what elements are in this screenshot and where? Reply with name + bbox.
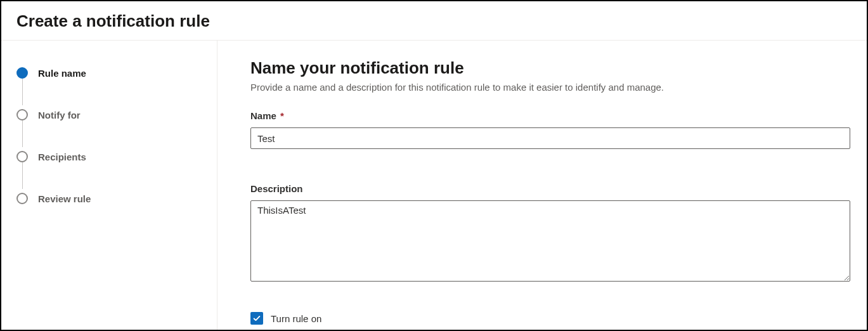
page-title: Create a notification rule	[16, 11, 852, 31]
step-label: Recipients	[38, 152, 86, 162]
step-rule-name[interactable]: Rule name	[16, 66, 202, 80]
step-connector	[22, 162, 23, 189]
name-label-text: Name	[250, 110, 276, 121]
layout: Rule name Notify for Recipients Review r…	[1, 41, 867, 331]
wizard-steps: Rule name Notify for Recipients Review r…	[16, 66, 202, 205]
turn-rule-on-row: Turn rule on	[250, 312, 850, 325]
name-input[interactable]	[250, 127, 850, 149]
step-review-rule[interactable]: Review rule	[16, 191, 202, 205]
step-recipients[interactable]: Recipients	[16, 150, 202, 164]
field-description: Description <span></span>	[250, 183, 850, 284]
checkmark-icon	[252, 314, 261, 323]
step-marker-icon	[16, 67, 28, 79]
panel-title: Name your notification rule	[250, 58, 850, 78]
page-header: Create a notification rule	[1, 1, 867, 41]
turn-rule-on-checkbox[interactable]	[250, 312, 263, 325]
step-label: Notify for	[38, 110, 81, 120]
required-mark: *	[280, 110, 284, 121]
step-connector	[22, 120, 23, 147]
panel-subtitle: Provide a name and a description for thi…	[250, 82, 850, 93]
main-panel: Name your notification rule Provide a na…	[217, 41, 867, 331]
description-label: Description	[250, 183, 850, 194]
wizard-sidebar: Rule name Notify for Recipients Review r…	[1, 41, 217, 331]
step-connector	[22, 79, 23, 105]
field-name: Name *	[250, 110, 850, 149]
step-notify-for[interactable]: Notify for	[16, 108, 202, 122]
step-marker-icon	[16, 151, 28, 162]
step-label: Rule name	[38, 68, 86, 79]
step-marker-icon	[16, 193, 28, 204]
name-label: Name *	[250, 110, 850, 121]
step-label: Review rule	[38, 193, 91, 204]
turn-rule-on-label: Turn rule on	[271, 313, 321, 324]
step-marker-icon	[16, 109, 28, 120]
description-input[interactable]: <span></span>	[250, 200, 850, 282]
